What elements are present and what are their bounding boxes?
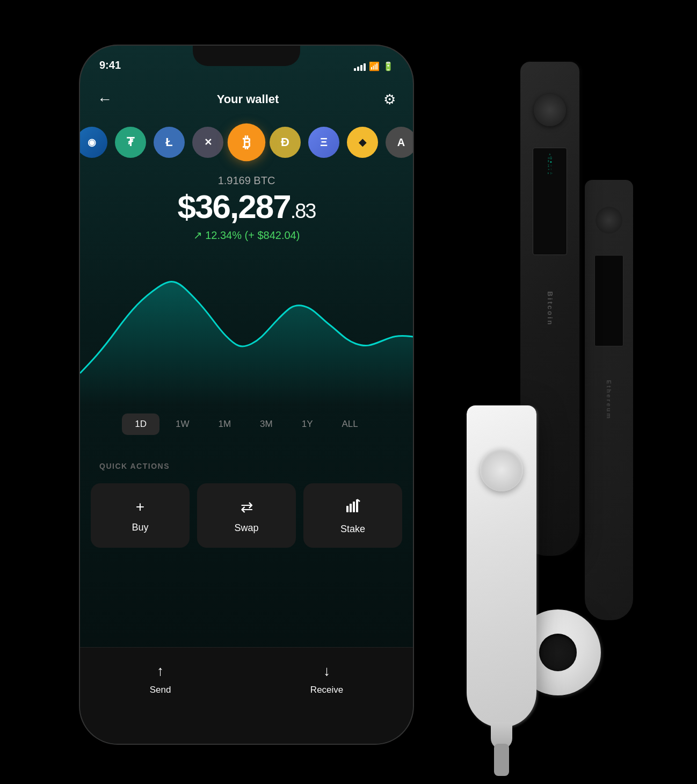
price-section: 1.9169 BTC $36,287.83 ↗ 12.34% (+ $842.0…	[80, 175, 413, 242]
stake-button[interactable]: Stake	[303, 483, 402, 548]
status-icons: 📶 🔋	[354, 61, 394, 71]
buy-icon: +	[136, 498, 144, 516]
svg-rect-2	[353, 502, 355, 512]
usd-main: $36,287	[178, 188, 291, 225]
price-change: ↗ 12.34% (+ $842.04)	[80, 229, 413, 242]
phone-device: 9:41 📶 🔋 ← Your wallet ⚙	[80, 46, 413, 744]
settings-button[interactable]: ⚙	[383, 91, 396, 108]
receive-icon: ↓	[323, 663, 330, 679]
swap-button[interactable]: ⇄ Swap	[197, 483, 296, 548]
coin-unknown[interactable]: ◉	[80, 127, 107, 158]
coin-binance[interactable]: ◆	[347, 127, 378, 158]
device-screen-2	[594, 255, 623, 346]
status-time: 9:41	[99, 59, 121, 71]
coin-xrp[interactable]: ✕	[192, 127, 223, 158]
signal-bars-icon	[354, 62, 366, 71]
scene: 9:41 📶 🔋 ← Your wallet ⚙	[53, 30, 644, 754]
send-icon: ↑	[157, 663, 164, 679]
btc-amount: 1.9169 BTC	[80, 175, 413, 187]
wifi-icon: 📶	[369, 61, 380, 71]
stake-label: Stake	[340, 524, 365, 535]
time-btn-1m[interactable]: 1M	[205, 413, 244, 435]
device-screen-1: ∧⊙ ₿⁑ ◆∑ ○+ ↑∨ ▷	[533, 148, 567, 255]
ledger-nano-x-ethereum: Ethereum	[585, 180, 633, 620]
time-btn-all[interactable]: ALL	[329, 413, 371, 435]
chart-container	[80, 255, 413, 405]
time-selector: 1D 1W 1M 3M 1Y ALL	[80, 413, 413, 435]
swap-label: Swap	[234, 522, 258, 534]
header: ← Your wallet ⚙	[80, 81, 413, 118]
device-white-usb	[494, 744, 509, 776]
time-btn-1w[interactable]: 1W	[163, 413, 202, 435]
bottom-bar: ↑ Send ↓ Receive	[80, 647, 413, 744]
receive-label: Receive	[310, 685, 343, 695]
quick-actions-label: QUICK ACTIONS	[99, 462, 170, 470]
usd-price: $36,287.83	[80, 190, 413, 223]
coin-bitcoin[interactable]: ₿	[229, 125, 264, 159]
coin-algo[interactable]: A	[386, 127, 413, 158]
device-label-bitcoin: Bitcoin	[546, 291, 554, 326]
svg-rect-3	[356, 499, 358, 512]
battery-icon: 🔋	[383, 61, 394, 71]
send-button[interactable]: ↑ Send	[150, 663, 171, 695]
coin-tether[interactable]: ₮	[115, 127, 146, 158]
usd-cents: .83	[291, 200, 316, 222]
svg-rect-0	[346, 506, 348, 512]
chart-fill	[80, 282, 413, 405]
svg-rect-1	[350, 504, 352, 512]
coin-dogecoin[interactable]: Ð	[270, 127, 301, 158]
send-label: Send	[150, 685, 171, 695]
swap-icon: ⇄	[241, 498, 253, 516]
coin-litecoin[interactable]: Ł	[154, 127, 185, 158]
time-btn-1y[interactable]: 1Y	[289, 413, 326, 435]
time-btn-1d[interactable]: 1D	[122, 413, 159, 435]
signal-bar-4	[364, 63, 366, 71]
time-btn-3m[interactable]: 3M	[247, 413, 286, 435]
coin-row: ◉ ₮ Ł ✕ ₿ Ð Ξ ◆ A	[80, 121, 413, 164]
receive-button[interactable]: ↓ Receive	[310, 663, 343, 695]
device-screen-text-1: ∧⊙ ₿⁑ ◆∑ ○+ ↑∨ ▷	[547, 153, 552, 175]
buy-label: Buy	[132, 522, 148, 533]
device-label-ethereum: Ethereum	[606, 380, 612, 420]
notch	[193, 46, 300, 66]
signal-bar-2	[357, 67, 359, 71]
signal-bar-3	[360, 65, 362, 71]
back-button[interactable]: ←	[97, 91, 112, 108]
signal-bar-1	[354, 68, 356, 71]
coin-ethereum[interactable]: Ξ	[308, 127, 339, 158]
quick-actions-row: + Buy ⇄ Swap	[91, 483, 402, 548]
buy-button[interactable]: + Buy	[91, 483, 190, 548]
stake-icon	[345, 498, 360, 517]
page-title: Your wallet	[217, 92, 279, 106]
phone-screen: 9:41 📶 🔋 ← Your wallet ⚙	[80, 46, 413, 744]
ledger-nano-s-white	[467, 405, 536, 728]
price-chart	[80, 255, 413, 405]
